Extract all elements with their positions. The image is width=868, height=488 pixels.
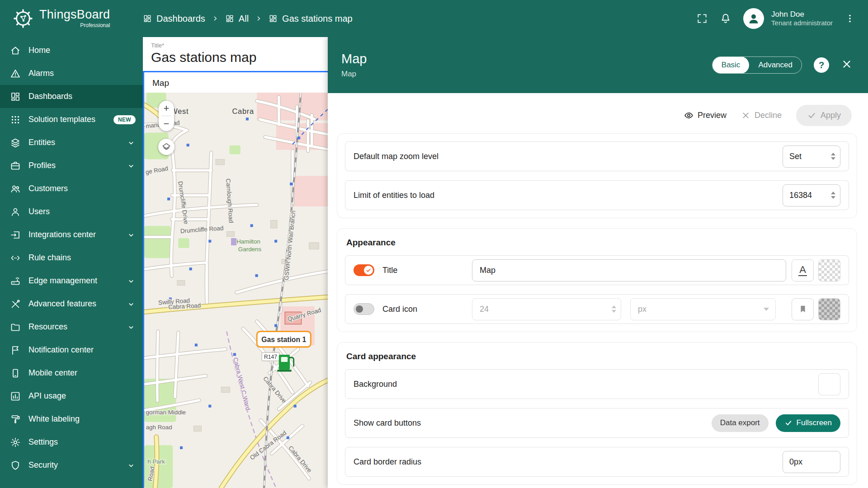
sidebar-item-label: Customers bbox=[28, 184, 68, 193]
icon-size-unit-select[interactable]: px bbox=[630, 298, 776, 320]
breadcrumb-label: All bbox=[239, 14, 249, 24]
panel-subtitle: Map bbox=[341, 70, 367, 79]
chevron-down-icon bbox=[127, 138, 136, 147]
settings-form: Default map zoom level Set Limit of enti… bbox=[328, 126, 868, 488]
card-appearance-card: Card appearance Background Show card but… bbox=[337, 342, 857, 485]
widget-title-input[interactable]: Map bbox=[472, 259, 786, 282]
fullscreen-chip[interactable]: Fullscreen bbox=[776, 414, 840, 432]
default-zoom-input[interactable]: Set bbox=[783, 145, 840, 168]
card-border-radius-row: Card border radius 0px bbox=[345, 447, 849, 477]
icon-color-button[interactable] bbox=[818, 298, 840, 320]
integrations-input-icon bbox=[10, 230, 21, 240]
road-ref-badge: R147 bbox=[262, 352, 279, 361]
sidebar-item-security[interactable]: Security bbox=[0, 454, 143, 477]
sidebar-item-notification-center[interactable]: Notification center bbox=[0, 338, 143, 361]
sidebar-item-customers[interactable]: Customers bbox=[0, 177, 143, 200]
title-font-button[interactable]: A bbox=[792, 259, 814, 282]
sidebar-item-alarms[interactable]: Alarms bbox=[0, 62, 143, 85]
card-icon-toggle[interactable] bbox=[354, 303, 374, 315]
dashboards-icon bbox=[269, 14, 278, 23]
zoom-out-button[interactable]: − bbox=[159, 116, 174, 131]
sidebar-item-label: White labeling bbox=[28, 414, 80, 424]
breadcrumb-current[interactable]: Gas stations map bbox=[269, 14, 353, 24]
title-setting-row: Title Map A bbox=[345, 255, 849, 285]
sidebar-item-label: Settings bbox=[28, 437, 58, 447]
user-avatar[interactable] bbox=[743, 8, 764, 29]
svg-text:R147: R147 bbox=[264, 354, 277, 360]
sidebar-item-label: API usage bbox=[28, 391, 66, 401]
sidebar-item-label: Home bbox=[28, 46, 50, 55]
background-color-swatch[interactable] bbox=[818, 373, 840, 395]
preview-button[interactable]: Preview bbox=[684, 111, 726, 120]
sidebar-item-entities[interactable]: Entities bbox=[0, 131, 143, 154]
kebab-menu-icon[interactable] bbox=[844, 13, 855, 24]
sidebar-item-label: Integrations center bbox=[28, 230, 96, 239]
sidebar-item-dashboards[interactable]: Dashboards bbox=[0, 85, 143, 108]
widget-settings-panel: Map Map Basic Advanced ? Preview bbox=[328, 37, 868, 488]
entities-icon bbox=[10, 137, 21, 148]
card-buttons-label: Show card buttons bbox=[354, 418, 712, 428]
sidebar: Home Alarms Dashboards Solution template… bbox=[0, 37, 143, 488]
smartphone-icon bbox=[10, 368, 21, 379]
alarm-warning-icon bbox=[10, 68, 21, 79]
chevron-right-icon bbox=[212, 15, 219, 22]
marker-label: Gas station 1 bbox=[261, 336, 306, 343]
icon-size-input[interactable]: 24 bbox=[472, 298, 621, 320]
chevron-down-icon bbox=[764, 308, 769, 311]
notifications-bell-icon[interactable] bbox=[720, 13, 731, 24]
title-field-value[interactable]: Gas stations map bbox=[151, 50, 328, 65]
decline-button[interactable]: Decline bbox=[741, 111, 782, 120]
data-export-chip[interactable]: Data export bbox=[712, 414, 769, 432]
title-color-button[interactable] bbox=[818, 259, 840, 282]
breadcrumb-label: Gas stations map bbox=[282, 14, 353, 24]
sidebar-item-rule-chains[interactable]: Rule chains bbox=[0, 246, 143, 269]
tab-basic[interactable]: Basic bbox=[712, 56, 750, 74]
sidebar-item-home[interactable]: Home bbox=[0, 39, 143, 62]
sidebar-item-resources[interactable]: Resources bbox=[0, 315, 143, 338]
sidebar-item-solution-templates[interactable]: Solution templates NEW bbox=[0, 108, 143, 131]
sidebar-item-users[interactable]: Users bbox=[0, 200, 143, 223]
sidebar-item-profiles[interactable]: Profiles bbox=[0, 154, 143, 177]
number-stepper[interactable] bbox=[612, 305, 616, 313]
toggle-knob bbox=[356, 305, 363, 313]
dashboard-title-field[interactable]: Title* Gas stations map bbox=[143, 37, 328, 71]
appearance-card: Appearance Title Map A bbox=[337, 228, 857, 332]
tab-advanced[interactable]: Advanced bbox=[749, 56, 802, 74]
sidebar-item-advanced-features[interactable]: Advanced features bbox=[0, 292, 143, 315]
breadcrumb-all[interactable]: All bbox=[225, 14, 249, 24]
dashboards-icon bbox=[225, 14, 234, 23]
map-layers-button[interactable] bbox=[158, 139, 175, 155]
sidebar-item-settings[interactable]: Settings bbox=[0, 431, 143, 454]
sidebar-item-edge-management[interactable]: Edge management bbox=[0, 269, 143, 292]
apply-button[interactable]: Apply bbox=[796, 105, 852, 126]
card-border-radius-input[interactable]: 0px bbox=[783, 451, 840, 473]
shield-icon bbox=[10, 460, 21, 471]
dashboards-icon bbox=[143, 14, 152, 23]
chevron-down-icon bbox=[127, 461, 136, 470]
zoom-in-button[interactable]: + bbox=[159, 101, 174, 116]
sidebar-item-mobile-center[interactable]: Mobile center bbox=[0, 361, 143, 385]
fullscreen-icon[interactable] bbox=[696, 13, 708, 24]
number-stepper[interactable] bbox=[831, 153, 835, 160]
profiles-briefcase-icon bbox=[10, 160, 21, 171]
thingsboard-logo[interactable]: ThingsBoard Professional bbox=[13, 8, 134, 29]
close-button[interactable] bbox=[841, 58, 853, 72]
icon-picker-button[interactable] bbox=[792, 298, 814, 320]
flag-icon bbox=[10, 345, 21, 356]
sidebar-item-api-usage[interactable]: API usage bbox=[0, 385, 143, 408]
breadcrumb-dashboards[interactable]: Dashboards bbox=[143, 14, 205, 24]
sidebar-item-integrations-center[interactable]: Integrations center bbox=[0, 223, 143, 246]
widget-title: Map bbox=[144, 72, 328, 93]
map-widget[interactable]: Map bbox=[143, 71, 328, 488]
sidebar-item-white-labeling[interactable]: White labeling bbox=[0, 408, 143, 431]
title-toggle[interactable] bbox=[354, 264, 374, 276]
sidebar-item-label: Users bbox=[28, 207, 50, 216]
user-name: John Doe bbox=[771, 9, 833, 19]
folder-icon bbox=[10, 322, 21, 333]
map[interactable]: West Cabra manus Road ge Road Drumcliffe… bbox=[144, 93, 328, 488]
sidebar-item-label: Dashboards bbox=[28, 92, 72, 101]
help-button[interactable]: ? bbox=[814, 57, 829, 73]
default-zoom-label: Default map zoom level bbox=[354, 152, 783, 161]
number-stepper[interactable] bbox=[831, 192, 835, 199]
entity-limit-input[interactable]: 16384 bbox=[783, 184, 840, 206]
